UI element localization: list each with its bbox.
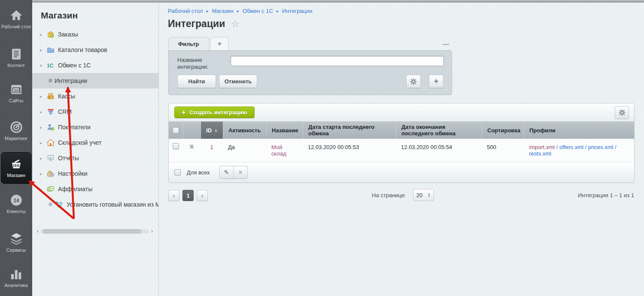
expand-arrow-icon[interactable]: ▸ <box>40 125 46 130</box>
close-icon: × <box>239 169 242 176</box>
collapse-arrow-icon[interactable]: ▾ <box>40 63 46 68</box>
cancel-button[interactable]: Отменить <box>219 75 257 88</box>
per-page-select[interactable]: 20 ▲ ▼ <box>413 189 434 201</box>
reports-board-icon <box>47 154 55 162</box>
row-actions-menu-icon[interactable]: ≡ <box>190 143 194 151</box>
breadcrumb-desktop[interactable]: Рабочий стол <box>168 8 203 14</box>
menu-item-buyers[interactable]: ▸ Покупатели <box>32 119 158 135</box>
expand-arrow-icon[interactable]: ▸ <box>40 94 46 99</box>
for-all-label: Для всех <box>187 169 210 176</box>
menu-item-warehouse[interactable]: ▸ Складской учет <box>32 135 158 150</box>
filter-settings-button[interactable] <box>406 75 421 88</box>
bulk-actions: ✎ × <box>219 166 248 179</box>
prev-page-button[interactable]: ‹ <box>168 190 179 201</box>
rail-item-marketing[interactable]: Маркетинг <box>0 120 32 141</box>
row-menu-cell: ≡ <box>183 143 200 151</box>
bullet-icon <box>49 79 55 83</box>
expand-arrow-icon[interactable]: ▸ <box>40 32 46 37</box>
rail-item-desktop[interactable]: Рабочий стол <box>0 9 32 30</box>
scroll-left-icon[interactable]: ‹ <box>35 228 41 234</box>
menu-item-cash-registers[interactable]: ▸ Кассы <box>32 88 158 104</box>
menu-item-crm[interactable]: ▸ CRM <box>32 104 158 119</box>
rail-item-label: Клиенты <box>0 209 32 214</box>
create-integration-label: Создать интеграцию <box>189 109 247 116</box>
header-id[interactable]: ID ▲ <box>200 122 223 139</box>
rail-item-content[interactable]: Контент <box>0 47 32 68</box>
rail-item-services[interactable]: Сервисы <box>0 232 32 253</box>
menu-item-orders[interactable]: ▸ Заказы <box>32 27 158 42</box>
header-sorting[interactable]: Сортировка <box>482 122 524 139</box>
scroll-right-icon[interactable]: › <box>149 228 155 234</box>
next-page-button[interactable]: › <box>197 190 208 201</box>
profiles-separator: / <box>613 144 616 150</box>
menu-item-install-marketplace[interactable]: Установить готовый магазин из Маркетплей… <box>32 197 158 212</box>
rail-item-label: Сервисы <box>0 247 32 253</box>
integration-name-link[interactable]: Мой склад <box>271 144 286 157</box>
scrollbar-thumb[interactable] <box>43 229 141 234</box>
cell-sorting: 500 <box>482 143 524 151</box>
expand-arrow-icon[interactable]: ▸ <box>40 110 46 114</box>
home-icon <box>9 9 24 22</box>
rail-item-clients[interactable]: 24 Клиенты <box>0 193 32 214</box>
expand-arrow-icon[interactable]: ▸ <box>40 156 46 161</box>
bulk-delete-button[interactable]: × <box>234 166 248 179</box>
market-cart-icon <box>55 201 63 208</box>
breadcrumb-separator-icon: ▸ <box>276 9 279 13</box>
menu-item-reports[interactable]: ▸ Отчёты <box>32 150 158 166</box>
profile-link-offers[interactable]: offers.xml <box>559 144 583 150</box>
menu-item-affiliates[interactable]: ▸ Аффилиаты <box>32 181 158 197</box>
find-button[interactable]: Найти <box>177 75 216 88</box>
filter-field-label: Название интеграции: <box>177 57 222 70</box>
menu-item-1c-exchange[interactable]: ▾ 1С Обмен с 1С <box>32 58 158 73</box>
add-filter-tab-button[interactable]: + <box>210 37 229 50</box>
rail-item-analytics[interactable]: Аналитика <box>0 267 32 288</box>
filter-collapse-icon[interactable]: — <box>443 40 449 48</box>
select-all-checkbox[interactable] <box>173 127 179 134</box>
bulk-edit-button[interactable]: ✎ <box>219 166 234 179</box>
header-date-start[interactable]: Дата старта последнего обмена <box>303 122 396 139</box>
expand-arrow-icon[interactable]: ▸ <box>40 48 46 52</box>
bar-chart-icon <box>9 267 23 281</box>
affiliates-icon <box>47 185 55 193</box>
grid-footer-row: Для всех ✎ × <box>169 162 634 182</box>
create-integration-button[interactable]: + Создать интеграцию <box>174 107 255 118</box>
expand-arrow-icon[interactable]: ▸ <box>40 171 46 176</box>
cell-date-end: 12.03.2020 00:05:54 <box>396 143 482 151</box>
buyers-icon <box>47 123 55 131</box>
menu-item-label: Интеграции <box>55 77 87 84</box>
header-active[interactable]: Активность <box>223 122 266 139</box>
profile-link-prices[interactable]: prices.xml <box>588 144 614 150</box>
breadcrumb-store[interactable]: Магазин <box>212 8 234 14</box>
header-date-end[interactable]: Дата окончания последнего обмена <box>396 122 482 139</box>
bullet-icon <box>49 202 55 207</box>
menu-item-integrations[interactable]: Интеграции <box>32 73 158 88</box>
breadcrumb-integrations[interactable]: Интеграции <box>282 8 313 14</box>
header-profiles[interactable]: Профили <box>524 122 634 139</box>
menu-item-catalogs[interactable]: ▸ Каталоги товаров <box>32 42 158 58</box>
profile-link-rests[interactable]: rests.xml <box>529 150 551 157</box>
integration-name-input[interactable] <box>231 56 444 66</box>
menu-item-settings[interactable]: ▸ Настройки <box>32 166 158 181</box>
rail-item-store[interactable]: Магазин <box>1 152 31 184</box>
filter-add-field-button[interactable]: + <box>429 75 444 88</box>
header-name[interactable]: Название <box>266 122 303 139</box>
for-all-checkbox[interactable] <box>174 169 181 176</box>
filter-tab[interactable]: Фильтр <box>168 37 209 50</box>
per-page-label: На странице: <box>372 192 406 198</box>
grid-settings-button[interactable] <box>615 106 629 119</box>
rail-item-sites[interactable]: 24 Сайты <box>0 83 32 104</box>
menu-horizontal-scrollbar[interactable]: ‹ › <box>35 228 155 235</box>
current-page[interactable]: 1 <box>182 190 194 201</box>
expand-arrow-icon[interactable]: ▸ <box>40 140 46 145</box>
rail-item-label: Аналитика <box>0 283 32 288</box>
breadcrumb-1c-exchange[interactable]: Обмен с 1С <box>243 8 273 14</box>
profile-link-import[interactable]: import.xml <box>529 144 555 150</box>
step-down-icon: ▼ <box>428 195 431 198</box>
menu-item-label: CRM <box>58 108 72 115</box>
expand-arrow-icon[interactable]: ▸ <box>40 187 46 192</box>
scrollbar-track[interactable] <box>41 229 149 234</box>
per-page-group: На странице: 20 ▲ ▼ <box>372 189 434 201</box>
favorite-star-icon[interactable]: ☆ <box>231 18 240 30</box>
cash-register-icon <box>47 92 55 100</box>
row-checkbox[interactable] <box>173 143 179 150</box>
